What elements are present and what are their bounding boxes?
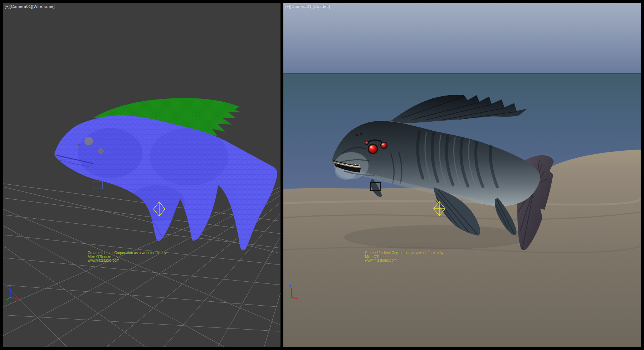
eye-spot-large [84,137,93,145]
axis-z-label: z [289,283,291,287]
wireframe-scene: z [3,3,280,347]
viewport-wireframe[interactable]: z [+][Camera01][Wireframe] Created for I… [3,3,280,347]
watermark-text: Created for Intel Corporation as a work … [88,251,167,263]
watermark-text: Created for Intel Corporation as a work … [365,251,444,263]
selection-outline-box [93,181,102,189]
watermark-line3: www.fritzstudio.com [365,259,444,263]
nostril-spot [78,144,80,146]
watermark-line1: Created for Intel Corporation as a work … [365,251,444,255]
body-mesh-texture [52,113,280,253]
watermark-line3: www.fritzstudio.com [88,259,167,263]
watermark-line1: Created for Intel Corporation as a work … [88,251,167,255]
sky-background [283,3,641,74]
shaded-scene: z [283,3,641,347]
wireframe-fish[interactable] [52,96,280,253]
dual-viewport-stage: z [+][Camera01][Wireframe] Created for I… [0,0,644,350]
viewport-label-shaded[interactable]: [+][Camera01][Shaded] [285,4,330,9]
viewport-label-wireframe[interactable]: [+][Camera01][Wireframe] [5,4,55,9]
viewport-shaded[interactable]: z [+][Camera01][Shaded] Created for Inte… [283,3,641,347]
axis-z-label: z [9,283,11,287]
eye-spot-small [98,148,104,154]
